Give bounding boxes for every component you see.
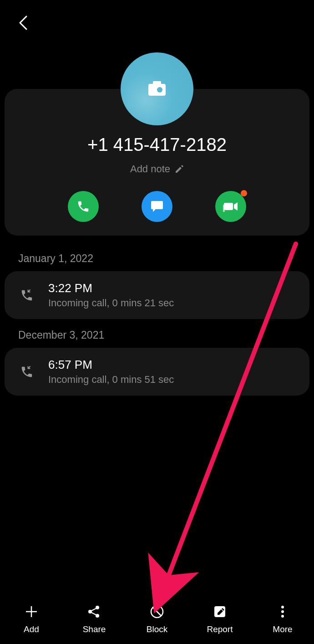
message-button[interactable] <box>142 191 172 222</box>
call-detail: Incoming call, 0 mins 21 sec <box>48 297 296 309</box>
more-button[interactable]: More <box>260 603 305 634</box>
nav-label: More <box>273 624 292 634</box>
more-vertical-icon <box>274 603 291 620</box>
svg-point-2 <box>157 87 162 93</box>
incoming-call-icon <box>18 365 35 379</box>
call-time: 3:22 PM <box>48 281 296 295</box>
call-detail: Incoming call, 0 mins 51 sec <box>48 374 296 386</box>
add-note-label: Add note <box>130 163 170 175</box>
nav-label: Share <box>83 624 106 634</box>
nav-label: Add <box>24 624 39 634</box>
phone-icon <box>76 200 90 213</box>
svg-point-16 <box>281 610 284 613</box>
message-icon <box>150 200 164 213</box>
call-entry[interactable]: 6:57 PM Incoming call, 0 mins 51 sec <box>5 348 309 396</box>
chevron-left-icon <box>17 15 28 31</box>
notification-badge <box>241 190 247 196</box>
call-time: 6:57 PM <box>48 358 296 372</box>
call-log: January 1, 2022 3:22 PM Incoming call, 0… <box>0 247 314 396</box>
plus-icon <box>23 603 40 620</box>
share-button[interactable]: Share <box>71 603 117 634</box>
svg-point-15 <box>281 606 284 608</box>
add-button[interactable]: Add <box>9 603 54 634</box>
svg-rect-1 <box>153 81 161 85</box>
call-entry[interactable]: 3:22 PM Incoming call, 0 mins 21 sec <box>5 271 309 319</box>
date-header: December 3, 2021 <box>0 324 314 348</box>
nav-label: Report <box>207 624 233 634</box>
svg-line-11 <box>91 613 96 615</box>
nav-label: Block <box>147 624 167 634</box>
video-call-button[interactable] <box>215 191 246 222</box>
share-icon <box>86 603 102 620</box>
report-icon <box>212 603 228 620</box>
bottom-nav: Add Share Block R <box>0 594 314 644</box>
contact-avatar[interactable] <box>121 52 193 125</box>
svg-point-17 <box>281 615 284 618</box>
date-header: January 1, 2022 <box>0 247 314 271</box>
svg-rect-4 <box>223 205 225 212</box>
back-button[interactable] <box>14 14 32 32</box>
phone-number: +1 415-417-2182 <box>14 134 300 155</box>
svg-line-13 <box>153 608 161 616</box>
block-button[interactable]: Block <box>134 603 180 634</box>
incoming-call-icon <box>18 289 35 302</box>
camera-icon <box>147 81 167 97</box>
report-button[interactable]: Report <box>197 603 243 634</box>
video-icon <box>223 201 238 212</box>
svg-line-10 <box>91 608 96 611</box>
add-note-button[interactable]: Add note <box>14 163 300 175</box>
pencil-icon <box>175 165 184 174</box>
call-button[interactable] <box>68 191 99 222</box>
block-icon <box>149 603 165 620</box>
svg-rect-3 <box>224 203 233 210</box>
